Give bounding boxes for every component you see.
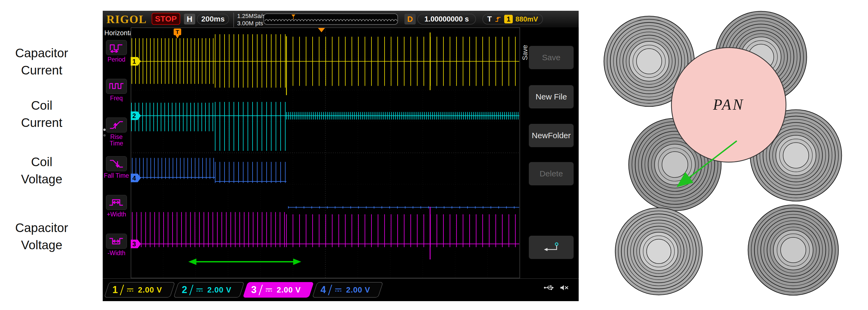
menu-item-width[interactable]: +Width — [103, 195, 130, 232]
label-line: Capacitor — [0, 219, 83, 236]
signal-label-coil-voltage: Coil Voltage — [0, 153, 83, 188]
system-status-icons — [544, 284, 569, 291]
delay-key-badge: D — [404, 14, 416, 25]
rising-edge-icon — [495, 16, 501, 23]
channel-4-readout[interactable]: 42.00 V — [312, 282, 383, 298]
coil-5 — [615, 208, 702, 295]
pan: PAN — [672, 48, 786, 162]
menu-item-label: -Width — [103, 250, 130, 256]
menu-item-label: Rise Time — [103, 134, 130, 147]
svg-text:3: 3 — [132, 240, 136, 248]
minus-width-icon — [106, 234, 127, 249]
menu-page-dots — [103, 128, 106, 140]
menu-item-label: +Width — [103, 211, 130, 218]
waveform-plot: 1243T — [131, 27, 520, 278]
recall-button[interactable] — [529, 236, 574, 259]
divider — [259, 285, 263, 295]
recall-arrow-icon — [542, 242, 560, 253]
label-line: Capacitor — [0, 44, 83, 62]
svg-text:1: 1 — [132, 58, 136, 65]
button-label: Save — [542, 53, 560, 62]
channel-number: 4 — [320, 284, 326, 296]
memory-waveform-preview — [264, 14, 397, 24]
divider — [189, 285, 194, 295]
channel-number: 2 — [182, 284, 187, 296]
channel-2-readout[interactable]: 22.00 V — [174, 282, 245, 298]
plus-width-icon — [106, 195, 127, 210]
usb-icon — [544, 284, 555, 291]
menu-item-rise-time[interactable]: Rise Time — [103, 118, 130, 155]
channel-number: 1 — [113, 284, 118, 296]
menu-title: Horizontal — [103, 27, 130, 39]
freq-icon — [106, 79, 127, 94]
svg-text:4: 4 — [132, 175, 136, 182]
channel-2-marker: 2 — [131, 111, 141, 120]
signal-label-coil-current: Coil Current — [0, 97, 83, 131]
memory-position-bar[interactable] — [264, 13, 398, 25]
run-state-badge: STOP — [152, 13, 180, 25]
pan-label: PAN — [713, 96, 745, 113]
channel-scale-value: 2.00 V — [138, 285, 162, 294]
menu-item-freq[interactable]: Freq — [103, 79, 130, 116]
trigger-position-marker[interactable] — [318, 28, 325, 32]
coil-array-diagram: PAN — [588, 0, 868, 310]
divider — [120, 285, 124, 295]
button-label: Delete — [540, 169, 563, 178]
channel-1-readout[interactable]: 12.00 V — [104, 282, 175, 298]
measurement-arrow — [188, 258, 301, 265]
svg-text:2: 2 — [132, 112, 136, 119]
figure-root: Capacitor Current Coil Current Coil Volt… — [0, 0, 868, 310]
trigger-level-value: 880mV — [516, 15, 538, 23]
label-line: Voltage — [0, 170, 83, 188]
channel-scale-value: 2.00 V — [277, 285, 301, 294]
trigger-readout: T 1 880mV — [483, 14, 543, 25]
save-button[interactable]: Save — [529, 46, 574, 69]
dc-coupling-icon — [334, 287, 342, 292]
sample-rate-readout: 1.25MSa/s 3.00M pts — [234, 13, 266, 27]
rigol-logo: RIGOL — [106, 13, 147, 26]
menu-item-period[interactable]: Period — [103, 40, 130, 78]
fall-time-icon — [106, 156, 127, 171]
channel-3-readout[interactable]: 32.00 V — [243, 282, 314, 298]
label-line: Current — [0, 62, 83, 79]
speaker-muted-icon — [560, 284, 569, 291]
dc-coupling-icon — [195, 287, 204, 292]
delete-button[interactable]: Delete — [529, 162, 574, 186]
menu-item-width[interactable]: -Width — [103, 234, 130, 271]
trigger-source-badge: 1 — [504, 15, 513, 23]
sample-rate-value: 1.25MSa/s — [237, 13, 266, 20]
save-menu: Save SaveNew FileNewFolderDelete — [521, 27, 579, 278]
rise-time-icon — [106, 118, 127, 132]
label-line: Coil — [0, 153, 83, 170]
scope-status-bar: RIGOL STOP H 200ms 1.25MSa/s 3.00M pts D… — [103, 11, 579, 27]
trigger-time-marker[interactable]: T — [174, 29, 181, 38]
horizontal-key-badge: H — [184, 14, 195, 25]
save-tab-label: Save — [521, 31, 529, 60]
divider — [328, 285, 332, 295]
menu-item-label: Period — [103, 56, 130, 63]
oscilloscope-screen: RIGOL STOP H 200ms 1.25MSa/s 3.00M pts D… — [103, 11, 579, 301]
memory-depth-value: 3.00M pts — [237, 20, 266, 27]
dc-coupling-icon — [265, 287, 273, 292]
newfolder-button[interactable]: NewFolder — [529, 124, 574, 147]
signal-label-capacitor-voltage: Capacitor Voltage — [0, 219, 83, 254]
channel-scale-value: 2.00 V — [346, 285, 370, 294]
coil-6 — [748, 205, 838, 295]
horizontal-menu: Horizontal PeriodFreqRise TimeFall Time+… — [103, 27, 130, 278]
delay-readout: 1.00000000 s — [417, 14, 476, 25]
label-line: Current — [0, 114, 83, 131]
dc-coupling-icon — [126, 287, 134, 292]
menu-item-fall-time[interactable]: Fall Time — [103, 156, 130, 194]
signal-label-capacitor-current: Capacitor Current — [0, 44, 83, 79]
period-icon — [106, 40, 127, 55]
svg-text:T: T — [176, 29, 179, 35]
trigger-key: T — [487, 15, 492, 23]
label-line: Voltage — [0, 236, 83, 253]
channel-number: 3 — [251, 284, 256, 296]
new-file-button[interactable]: New File — [529, 85, 574, 108]
menu-item-label: Fall Time — [103, 172, 130, 179]
button-label: NewFolder — [532, 131, 570, 140]
waveform-display: 1243T — [131, 27, 520, 278]
menu-item-label: Freq — [103, 95, 130, 101]
button-label: New File — [536, 92, 567, 101]
